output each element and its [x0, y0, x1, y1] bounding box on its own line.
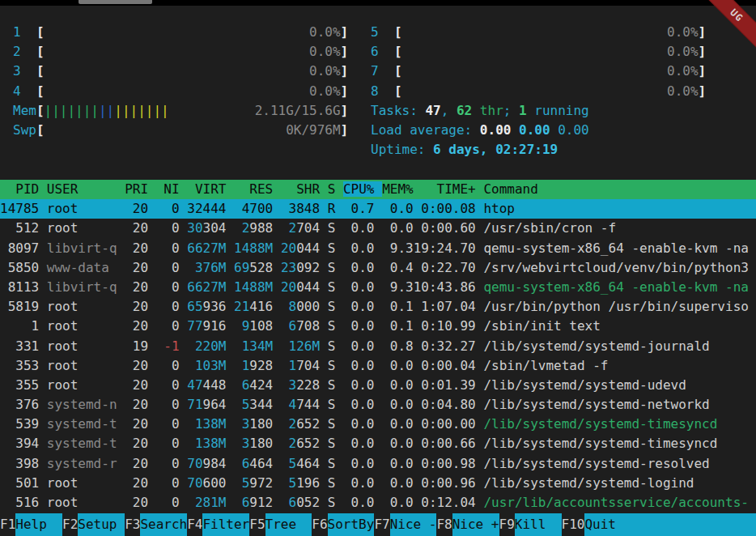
cell-pid: 355 [0, 377, 39, 393]
meter-value-text: 0.0% [667, 62, 699, 81]
window-tab[interactable] [79, 0, 152, 4]
column-header-mem[interactable]: MEM% [382, 181, 414, 197]
yellow-bars: ||||||| [114, 103, 168, 118]
process-row[interactable]: 5850 www-data 20 0 376M 69528 23092 S 0.… [0, 258, 756, 278]
fkey-kill[interactable]: F9Kill [499, 513, 562, 536]
fkey-tree[interactable]: F5Tree [249, 513, 312, 536]
process-row[interactable]: 516 root 20 0 281M 6912 6052 S 0.0 0.0 0… [0, 493, 756, 513]
fkey-setup[interactable]: F2Setup [62, 513, 125, 536]
fkey-number: F6 [312, 513, 327, 536]
meter-label: Mem [13, 103, 36, 118]
cell-mem: 0.0 [382, 377, 414, 393]
column-header-virt[interactable]: VIRT [187, 181, 226, 197]
cell-s: S [328, 240, 336, 256]
cell-pid: 539 [0, 416, 39, 432]
column-header-cpu[interactable]: CPU% [343, 181, 382, 197]
cell-time: 19:24.70 [414, 240, 476, 256]
process-row[interactable]: 512 root 20 0 30304 2988 2704 S 0.0 0.0 … [0, 219, 756, 238]
meters-left-column: 1 [0.0%]2 [0.0%]3 [0.0%]4 [0.0%]Mem[||||… [13, 23, 348, 140]
cell-pid: 5850 [0, 260, 39, 275]
column-header-pid[interactable]: PID [0, 181, 39, 197]
cell-pri: 20 [125, 436, 148, 451]
meter-track: 0.0% [402, 62, 699, 81]
meter-close-bracket: ] [699, 63, 707, 79]
column-header-s[interactable]: S [328, 181, 336, 197]
cell-command: /lib/systemd/systemd-resolved [483, 456, 709, 471]
cell-mem: 0.0 [382, 436, 414, 451]
fkey-number: F7 [374, 513, 389, 536]
process-row[interactable]: 539 systemd-t 20 0 138M 3180 2652 S 0.0 … [0, 415, 756, 434]
fkey-nice-[interactable]: F7Nice - [374, 513, 436, 536]
process-row[interactable]: 376 systemd-n 20 0 71964 5344 4744 S 0.0… [0, 395, 756, 415]
fkey-label: Kill [515, 513, 562, 536]
cell-ni: 0 [156, 240, 180, 256]
fkey-search[interactable]: F3Search [125, 513, 187, 536]
fkey-nice-[interactable]: F8Nice + [436, 513, 499, 536]
cell-s: S [328, 377, 336, 393]
fkey-label: Quit [584, 513, 631, 536]
cell-pid: 376 [0, 397, 39, 412]
process-row[interactable]: 14785 root 20 0 32444 4700 3848 R 0.7 0.… [0, 199, 756, 219]
process-row[interactable]: 8113 libvirt-q 20 0 6627M 1488M 20044 S … [0, 278, 756, 297]
cell-ni: 0 [156, 358, 180, 373]
cell-ni: 0 [156, 279, 180, 295]
cell-pri: 20 [125, 495, 148, 510]
meter-close-bracket: ] [341, 63, 349, 79]
cell-s: S [328, 495, 336, 510]
column-header-res[interactable]: RES [234, 181, 273, 197]
process-row[interactable]: 1 root 20 0 77916 9108 6708 S 0.0 0.1 0:… [0, 317, 756, 336]
meter-open-bracket: [ [394, 24, 402, 40]
fkey-sortby[interactable]: F6SortBy [312, 513, 374, 536]
process-row[interactable]: 5819 root 20 0 65936 21416 8000 S 0.0 0.… [0, 297, 756, 317]
meter-open-bracket: [ [394, 83, 402, 99]
cell-cpu: 0.0 [343, 475, 375, 491]
column-header-time[interactable]: TIME+ [414, 181, 476, 197]
process-row[interactable]: 355 root 20 0 47448 6424 3228 S 0.0 0.0 … [0, 376, 756, 395]
fkey-quit[interactable]: F10Quit [562, 513, 632, 536]
process-row[interactable]: 501 root 20 0 70600 5972 5196 S 0.0 0.0 … [0, 474, 756, 493]
cpu-meter-4: 4 [0.0%] [13, 82, 348, 101]
load-average: Load average: 0.00 0.00 0.00 [371, 121, 706, 140]
cell-s: S [328, 338, 336, 354]
column-header-shr[interactable]: SHR [281, 181, 320, 197]
cell-mem: 0.0 [382, 358, 414, 373]
meter-close-bracket: ] [341, 83, 349, 99]
cell-user: systemd-t [47, 416, 117, 432]
column-header-pri[interactable]: PRI [125, 181, 148, 197]
process-row[interactable]: 8097 libvirt-q 20 0 6627M 1488M 20044 S … [0, 239, 756, 258]
column-header-ni[interactable]: NI [156, 181, 180, 197]
column-header-user[interactable]: USER [47, 181, 117, 197]
process-row[interactable]: 398 systemd-r 20 0 70984 6464 5464 S 0.0… [0, 454, 756, 474]
fkey-help[interactable]: F1Help [0, 513, 62, 536]
cell-user: root [47, 318, 117, 334]
meter-track: 0K/976M [45, 121, 341, 140]
fkey-label: Tree [265, 513, 312, 536]
cell-time: 0:00.66 [414, 436, 476, 451]
fkey-number: F3 [125, 513, 140, 536]
process-row[interactable]: 331 root 19 -1 220M 134M 126M S 0.0 0.8 … [0, 337, 756, 356]
cell-command: /lib/systemd/systemd-networkd [483, 397, 709, 412]
cell-user: libvirt-q [47, 240, 117, 256]
cell-mem: 0.0 [382, 397, 414, 412]
cell-pri: 20 [125, 299, 148, 314]
cell-ni: 0 [156, 377, 180, 393]
column-header-cmd[interactable]: Command [483, 181, 537, 197]
cell-mem: 9.3 [382, 240, 414, 256]
cell-s: S [328, 456, 336, 471]
fkey-filter[interactable]: F4Filter [187, 513, 249, 536]
uptime: Uptime: 6 days, 02:27:19 [371, 140, 706, 160]
cell-time: 0:00.60 [414, 220, 476, 236]
meter-label: 8 [371, 83, 394, 99]
meter-close-bracket: ] [341, 44, 349, 59]
process-row[interactable]: 353 root 20 0 103M 1928 1704 S 0.0 0.0 0… [0, 356, 756, 376]
cell-cpu: 0.0 [343, 240, 375, 256]
cell-time: 0:00.08 [414, 201, 476, 216]
cell-pid: 5819 [0, 299, 39, 314]
cell-user: root [47, 358, 117, 373]
meter-value-text: 0.0% [309, 42, 341, 62]
cell-user: root [47, 475, 117, 491]
process-row[interactable]: 394 systemd-t 20 0 138M 3180 2652 S 0.0 … [0, 434, 756, 453]
meter-open-bracket: [ [36, 103, 45, 118]
cell-cpu: 0.0 [343, 456, 375, 471]
cell-pid: 353 [0, 358, 39, 373]
